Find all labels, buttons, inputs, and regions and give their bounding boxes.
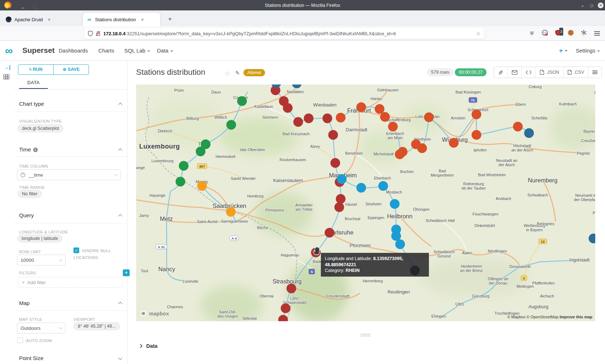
edit-title-icon[interactable]: ✎ [235,70,240,76]
superset-brand[interactable]: Superset [22,46,55,55]
run-button[interactable]: ϟ RUN [18,65,53,74]
window-close-icon[interactable]: × [598,3,604,8]
map-data-point[interactable] [398,147,408,157]
viewport-value[interactable]: 8° 46' 45.28" | 49... [73,322,120,330]
map-data-point[interactable] [417,144,427,153]
map-data-point[interactable] [176,177,185,187]
map-data-point[interactable] [226,207,236,217]
time-column-select[interactable]: __time [17,169,121,180]
favorite-star-icon[interactable]: ☆ [224,69,230,77]
map-data-point[interactable] [196,147,206,156]
map-data-point[interactable] [336,113,346,123]
row-limit-select[interactable]: 10000 [17,255,66,265]
pocket-icon[interactable]: ⛨ [528,29,536,37]
bookmark-star-icon[interactable]: ☆ [476,31,480,36]
chevron-up-icon[interactable] [118,103,122,106]
shield-permissions-icon[interactable] [88,31,93,36]
map-data-point[interactable] [197,181,207,191]
chart-menu-button[interactable] [588,67,601,78]
map-data-point[interactable] [281,304,291,313]
map-style-select[interactable]: Outdoors [17,323,66,333]
section-query[interactable]: Query [19,212,34,218]
tab-data[interactable]: DATA [19,80,48,85]
map-data-point[interactable] [287,284,296,294]
map-data-point[interactable] [513,122,523,132]
map-canvas[interactable]: PrümDaunCochemNastättenGelnhausenHanauBa… [136,85,595,321]
auto-zoom-checkbox[interactable] [17,337,23,343]
window-maximize-icon[interactable]: ◇ [590,3,593,8]
add-filter-box[interactable]: + Add filter [18,277,122,288]
map-data-point[interactable] [472,130,481,140]
map-data-point[interactable] [283,103,293,113]
expand-panel-icon[interactable]: →| [4,64,10,70]
lonlat-value[interactable]: longitude | latitude [17,235,62,242]
nav-data[interactable]: Data [157,47,173,54]
map-data-point[interactable] [325,228,335,238]
improve-map-link[interactable]: Improve this map [560,315,592,319]
chevron-up-icon[interactable] [118,214,122,218]
cookie-extension-icon[interactable] [567,29,575,37]
ignore-null-checkbox[interactable]: ✓ [73,247,79,253]
map-data-point[interactable] [395,240,405,249]
time-range-value[interactable]: No filter [18,190,42,198]
map-data-point[interactable] [524,128,534,138]
back-icon[interactable]: ← [6,4,12,11]
map-data-point[interactable] [335,203,344,212]
nav-charts[interactable]: Charts [98,47,114,54]
new-tab-button[interactable]: + [168,15,172,23]
menu-hamburger-icon[interactable] [594,33,600,34]
superset-logo[interactable]: ∞ [5,45,12,57]
map-data-point[interactable] [293,117,303,127]
map-data-point[interactable] [472,110,481,119]
section-point-size[interactable]: Point Size [19,355,44,361]
export-csv-button[interactable]: x.CSV [564,67,588,78]
url-bar[interactable]: 172.18.0.4:32251/superset/explore/?form_… [84,28,484,39]
viz-type-value[interactable]: deck.gl Scatterplot [18,124,63,132]
map-data-point[interactable] [390,199,400,209]
ublock-icon[interactable]: 2 [554,29,562,37]
map-data-point[interactable] [323,114,332,123]
map-data-point[interactable] [227,120,236,130]
share-link-button[interactable] [494,67,508,78]
map-data-point[interactable] [449,138,459,148]
tab-close-icon[interactable]: × [141,17,144,22]
pinwheel-extension-icon[interactable] [580,29,588,37]
nav-sql-lab[interactable]: SQL Lab [124,47,150,54]
datasource-grid-icon[interactable] [3,74,9,79]
window-minimize-icon[interactable]: ⌄ [581,3,584,8]
chevron-up-icon[interactable] [118,302,122,306]
map-data-point[interactable] [337,174,347,184]
chevron-up-icon[interactable] [118,148,122,152]
map-data-point[interactable] [357,183,366,193]
data-results-collapse[interactable]: Data [139,343,157,349]
section-chart-type[interactable]: Chart type [19,101,44,107]
map-data-point[interactable] [237,96,247,106]
map-data-point[interactable] [380,112,390,122]
add-filter-plus-button[interactable]: + [123,269,130,276]
forward-icon[interactable]: → [20,4,26,11]
map-data-point[interactable] [179,161,189,171]
map-data-point[interactable] [357,103,366,112]
embed-code-button[interactable] [522,67,536,78]
browser-tab-druid[interactable]: Apache Druid × [2,13,77,26]
browser-tab-stations[interactable]: ∞ Stations distribution × [83,13,160,26]
map-data-point[interactable] [424,113,434,122]
map-data-point[interactable] [328,130,338,140]
mapbox-logo[interactable]: mapbox [140,310,169,317]
section-time[interactable]: Timei [19,146,38,153]
nav-dashboards[interactable]: Dashboards [59,47,88,54]
resize-drag-handle[interactable] [360,334,371,336]
export-json-button[interactable]: .JSON [536,67,564,78]
osm-attribution-link[interactable]: © OpenStreetMap [526,315,559,319]
map-data-point[interactable] [388,122,398,132]
section-map[interactable]: Map [19,300,30,306]
tab-close-icon[interactable]: × [48,17,51,22]
map-data-point[interactable] [304,114,314,123]
map-data-point[interactable] [378,181,388,191]
save-button[interactable]: ⊕ SAVE [53,65,89,74]
nav-add-button[interactable]: + [559,47,568,55]
map-data-point[interactable] [331,158,340,168]
mapbox-attribution-link[interactable]: © Mapbox [507,315,525,319]
insecure-lock-icon[interactable] [96,31,100,36]
reload-icon[interactable] [32,5,38,10]
